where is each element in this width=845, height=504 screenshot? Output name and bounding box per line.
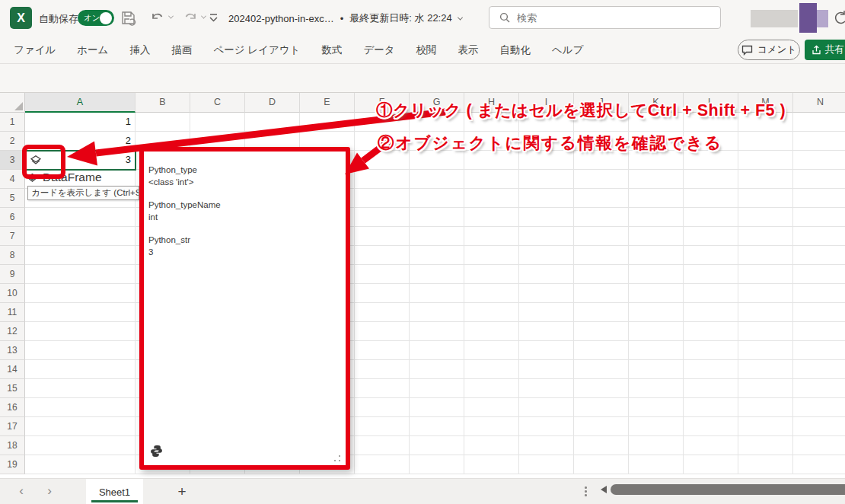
cell-J4[interactable] <box>574 170 629 189</box>
cell-M7[interactable] <box>738 227 793 246</box>
cell-K9[interactable] <box>629 265 684 284</box>
cell-L7[interactable] <box>684 227 738 246</box>
cell-I18[interactable] <box>519 436 574 455</box>
cell-J8[interactable] <box>574 246 629 265</box>
save-icon[interactable] <box>120 10 136 26</box>
cell-K6[interactable] <box>629 208 684 227</box>
comments-button[interactable]: コメント <box>738 40 800 60</box>
cell-G11[interactable] <box>410 303 464 322</box>
cell-I10[interactable] <box>519 284 574 303</box>
cell-A18[interactable] <box>25 436 136 455</box>
cell-M11[interactable] <box>738 303 793 322</box>
cell-F18[interactable] <box>355 436 410 455</box>
cell-K7[interactable] <box>629 227 684 246</box>
cell-G14[interactable] <box>410 360 464 379</box>
column-header-N[interactable]: N <box>793 93 845 113</box>
cell-J11[interactable] <box>574 303 629 322</box>
cell-M12[interactable] <box>738 322 793 341</box>
share-button[interactable]: 共有 <box>805 40 845 60</box>
cell-M3[interactable] <box>738 151 793 170</box>
cell-G13[interactable] <box>410 341 464 360</box>
row-header-8[interactable]: 8 <box>0 246 25 265</box>
cell-F16[interactable] <box>355 398 410 417</box>
cell-H7[interactable] <box>464 227 519 246</box>
cell-K19[interactable] <box>629 455 684 474</box>
cell-A14[interactable] <box>25 360 136 379</box>
select-all-corner[interactable] <box>0 93 25 113</box>
cell-N7[interactable] <box>793 227 845 246</box>
cell-N15[interactable] <box>793 379 845 398</box>
cell-H11[interactable] <box>464 303 519 322</box>
cell-J15[interactable] <box>574 379 629 398</box>
row-header-16[interactable]: 16 <box>0 398 25 417</box>
row-header-14[interactable]: 14 <box>0 360 25 379</box>
cell-H18[interactable] <box>464 436 519 455</box>
cell-J12[interactable] <box>574 322 629 341</box>
cell-M6[interactable] <box>738 208 793 227</box>
cell-K16[interactable] <box>629 398 684 417</box>
cell-A8[interactable] <box>25 246 136 265</box>
row-header-15[interactable]: 15 <box>0 379 25 398</box>
cell-A16[interactable] <box>25 398 136 417</box>
cell-H12[interactable] <box>464 322 519 341</box>
cell-L16[interactable] <box>684 398 738 417</box>
cell-A17[interactable] <box>25 417 136 436</box>
search-box[interactable] <box>489 6 721 29</box>
cell-M9[interactable] <box>738 265 793 284</box>
cell-I15[interactable] <box>519 379 574 398</box>
cell-N3[interactable] <box>793 151 845 170</box>
cell-F17[interactable] <box>355 417 410 436</box>
cell-M2[interactable] <box>738 132 793 151</box>
ribbon-tab-データ[interactable]: データ <box>352 37 405 63</box>
cell-M13[interactable] <box>738 341 793 360</box>
cell-M19[interactable] <box>738 455 793 474</box>
cell-N19[interactable] <box>793 455 845 474</box>
cell-I4[interactable] <box>519 170 574 189</box>
cell-I17[interactable] <box>519 417 574 436</box>
undo-icon[interactable] <box>149 9 166 26</box>
cell-L13[interactable] <box>684 341 738 360</box>
cell-N4[interactable] <box>793 170 845 189</box>
cell-N2[interactable] <box>793 132 845 151</box>
cell-N16[interactable] <box>793 398 845 417</box>
row-header-11[interactable]: 11 <box>0 303 25 322</box>
cell-M15[interactable] <box>738 379 793 398</box>
cell-F13[interactable] <box>355 341 410 360</box>
cell-F10[interactable] <box>355 284 410 303</box>
column-header-C[interactable]: C <box>190 93 245 113</box>
cell-I8[interactable] <box>519 246 574 265</box>
hscroll-left-arrow[interactable] <box>601 486 607 493</box>
cell-F4[interactable] <box>355 170 410 189</box>
cell-H8[interactable] <box>464 246 519 265</box>
ribbon-tab-ファイル[interactable]: ファイル <box>3 37 66 63</box>
cell-N12[interactable] <box>793 322 845 341</box>
cell-H6[interactable] <box>464 208 519 227</box>
cell-H14[interactable] <box>464 360 519 379</box>
cell-B1[interactable] <box>136 113 190 132</box>
row-header-5[interactable]: 5 <box>0 189 25 208</box>
cell-I12[interactable] <box>519 322 574 341</box>
cell-F19[interactable] <box>355 455 410 474</box>
sheetbar-more-menu[interactable] <box>585 486 587 496</box>
cell-F12[interactable] <box>355 322 410 341</box>
cell-K14[interactable] <box>629 360 684 379</box>
row-header-12[interactable]: 12 <box>0 322 25 341</box>
cell-M14[interactable] <box>738 360 793 379</box>
cell-G16[interactable] <box>410 398 464 417</box>
cell-K18[interactable] <box>629 436 684 455</box>
cell-N9[interactable] <box>793 265 845 284</box>
row-header-10[interactable]: 10 <box>0 284 25 303</box>
add-sheet-button[interactable]: + <box>169 479 195 504</box>
cell-L14[interactable] <box>684 360 738 379</box>
row-header-18[interactable]: 18 <box>0 436 25 455</box>
column-header-E[interactable]: E <box>300 93 355 113</box>
cell-A6[interactable] <box>25 208 136 227</box>
cell-A10[interactable] <box>25 284 136 303</box>
cell-K15[interactable] <box>629 379 684 398</box>
cell-H5[interactable] <box>464 189 519 208</box>
autosave-toggle[interactable]: オン <box>78 10 114 26</box>
cell-M10[interactable] <box>738 284 793 303</box>
cell-L17[interactable] <box>684 417 738 436</box>
cell-N10[interactable] <box>793 284 845 303</box>
cell-L4[interactable] <box>684 170 738 189</box>
